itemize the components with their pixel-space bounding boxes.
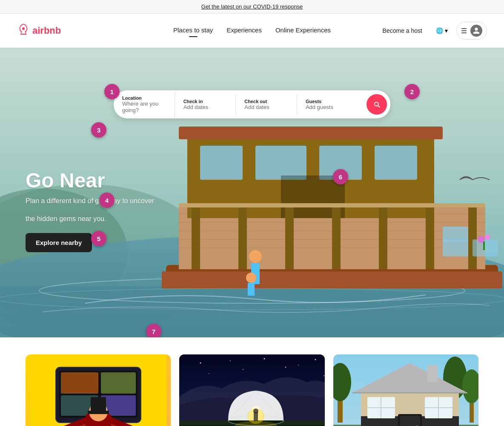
hero-subtitle-line1: Plan a different kind of getaway to unco… bbox=[26, 197, 154, 205]
svg-rect-31 bbox=[379, 205, 387, 269]
svg-rect-44 bbox=[483, 242, 485, 250]
checkout-label: Check out bbox=[244, 99, 288, 104]
svg-point-61 bbox=[230, 360, 231, 361]
svg-rect-25 bbox=[375, 146, 417, 180]
svg-point-60 bbox=[200, 363, 201, 364]
svg-rect-41 bbox=[472, 239, 498, 256]
svg-rect-27 bbox=[192, 205, 200, 269]
annotation-4: 4 bbox=[99, 193, 115, 208]
card-online-experiences[interactable]: Online Experiences Unique activities we … bbox=[26, 354, 171, 426]
checkout-value: Add dates bbox=[244, 104, 288, 110]
cards-grid: Online Experiences Unique activities we … bbox=[26, 354, 478, 426]
svg-rect-56 bbox=[88, 411, 109, 414]
header: airbnb Places to stay Experiences Online… bbox=[0, 14, 504, 48]
airbnb-logo-icon bbox=[17, 23, 30, 38]
annotation-6: 6 bbox=[333, 169, 348, 184]
annotation-3: 3 bbox=[91, 122, 106, 138]
svg-point-65 bbox=[209, 373, 209, 374]
hero-title: Go Near bbox=[26, 169, 154, 192]
language-dropdown-arrow: ▾ bbox=[445, 27, 448, 34]
nav-tab-online[interactable]: Online Experiences bbox=[275, 26, 331, 35]
covid-link[interactable]: Get the latest on our COVID-19 response bbox=[201, 3, 303, 10]
search-button[interactable] bbox=[367, 94, 387, 115]
svg-rect-49 bbox=[101, 372, 136, 394]
svg-rect-21 bbox=[179, 127, 443, 139]
svg-point-0 bbox=[22, 27, 25, 30]
nav-tab-places[interactable]: Places to stay bbox=[173, 26, 213, 35]
svg-rect-39 bbox=[443, 239, 468, 256]
svg-point-67 bbox=[285, 367, 286, 368]
svg-rect-48 bbox=[61, 372, 98, 394]
guests-label: Guests bbox=[306, 99, 358, 104]
svg-rect-22 bbox=[200, 146, 243, 180]
location-value: Where are you going? bbox=[122, 101, 166, 113]
svg-point-64 bbox=[315, 359, 316, 360]
card-entire-homes[interactable]: Entire homes Comfortable private places,… bbox=[333, 354, 478, 426]
annotation-2: 2 bbox=[404, 84, 420, 99]
logo[interactable]: airbnb bbox=[17, 23, 61, 38]
checkin-label: Check in bbox=[183, 99, 227, 104]
guests-value: Add guests bbox=[306, 104, 358, 110]
language-button[interactable]: 🌐 ▾ bbox=[432, 24, 451, 37]
covid-banner: Get the latest on our COVID-19 response bbox=[0, 0, 504, 14]
location-field[interactable]: Location Where are you going? bbox=[114, 91, 175, 118]
cards-section: Online Experiences Unique activities we … bbox=[0, 337, 504, 426]
globe-icon: 🌐 bbox=[436, 27, 443, 34]
logo-text: airbnb bbox=[32, 25, 61, 36]
become-host-button[interactable]: Become a host bbox=[378, 24, 427, 37]
svg-rect-38 bbox=[248, 283, 255, 296]
svg-rect-30 bbox=[332, 205, 341, 269]
user-menu-button[interactable]: ☰ bbox=[456, 22, 487, 40]
annotation-1: 1 bbox=[104, 84, 120, 99]
svg-rect-23 bbox=[255, 146, 306, 180]
svg-point-68 bbox=[324, 375, 324, 376]
svg-rect-29 bbox=[285, 205, 294, 269]
guests-field[interactable]: Guests Add guests bbox=[297, 95, 367, 115]
annotation-5: 5 bbox=[91, 231, 106, 246]
svg-rect-32 bbox=[426, 205, 434, 269]
hamburger-icon: ☰ bbox=[461, 27, 467, 35]
svg-point-77 bbox=[253, 409, 258, 414]
hero-section: 1 2 3 4 5 6 7 Location Where are you goi… bbox=[0, 48, 504, 337]
svg-rect-105 bbox=[427, 365, 438, 382]
svg-point-43 bbox=[485, 235, 490, 240]
card-homes-image bbox=[333, 354, 478, 426]
annotation-7: 7 bbox=[146, 324, 161, 337]
avatar bbox=[470, 25, 482, 37]
svg-rect-55 bbox=[91, 397, 106, 412]
checkin-value: Add dates bbox=[183, 104, 227, 110]
hero-text: Go Near Plan a different kind of getaway… bbox=[26, 169, 154, 252]
card-unique-image bbox=[179, 354, 324, 426]
svg-point-62 bbox=[264, 358, 265, 360]
svg-rect-13 bbox=[162, 271, 502, 288]
svg-point-66 bbox=[243, 369, 243, 370]
svg-point-35 bbox=[249, 250, 262, 263]
checkin-field[interactable]: Check in Add dates bbox=[175, 95, 236, 115]
svg-rect-40 bbox=[443, 227, 468, 242]
header-right: Become a host 🌐 ▾ ☰ bbox=[378, 22, 487, 40]
explore-nearby-button[interactable]: Explore nearby bbox=[26, 233, 92, 252]
location-label: Location bbox=[122, 95, 166, 101]
search-bar: Location Where are you going? Check in A… bbox=[114, 90, 390, 118]
checkout-field[interactable]: Check out Add dates bbox=[236, 95, 297, 115]
svg-point-63 bbox=[298, 365, 299, 366]
card-unique-stays[interactable]: Unique stays Spaces that are more than j… bbox=[179, 354, 324, 426]
svg-rect-33 bbox=[468, 205, 477, 269]
nav-tab-experiences[interactable]: Experiences bbox=[226, 26, 262, 35]
card-online-image bbox=[26, 354, 171, 426]
svg-point-37 bbox=[246, 273, 256, 283]
svg-rect-103 bbox=[400, 416, 420, 426]
main-nav: Places to stay Experiences Online Experi… bbox=[173, 26, 331, 35]
hero-subtitle-line2: the hidden gems near you. bbox=[26, 215, 154, 223]
svg-rect-34 bbox=[179, 203, 485, 207]
svg-rect-28 bbox=[238, 205, 247, 269]
